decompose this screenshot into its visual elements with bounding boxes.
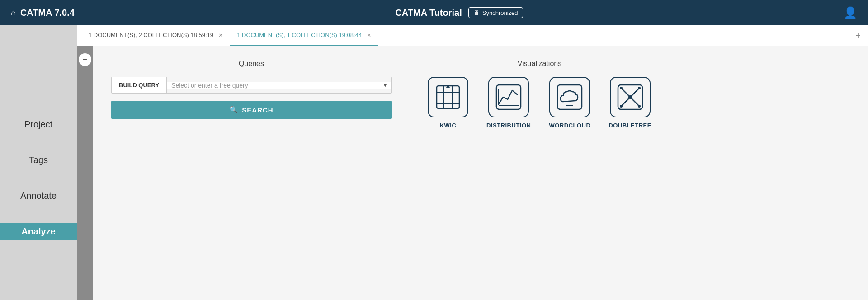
svg-rect-0 (437, 86, 459, 108)
project-title: CATMA Tutorial (395, 8, 462, 18)
tab-1-label: 1 DOCUMENT(S), 2 COLLECTION(S) 18:59:19 (89, 32, 213, 38)
wordcloud-icon (556, 84, 583, 111)
sync-label: Synchronized (482, 9, 518, 16)
query-controls: BUILD QUERY Select or enter a free query… (111, 77, 392, 94)
search-icon: 🔍 (229, 106, 238, 114)
wordcloud-icon-box (549, 77, 590, 117)
viz-item-distribution[interactable]: DISTRIBUTION (486, 77, 531, 129)
sidebar-item-analyze[interactable]: Analyze (0, 223, 77, 240)
query-select-wrapper: Select or enter a free query ▾ (167, 82, 391, 89)
kwic-icon (434, 84, 462, 111)
doubletree-label: DOUBLETREE (609, 122, 651, 129)
panel-area: + Queries BUILD QUERY Select or enter a … (77, 46, 868, 300)
expand-col: + (77, 46, 93, 300)
viz-grid: KWIC D (428, 77, 651, 129)
sidebar-item-tags[interactable]: Tags (0, 151, 77, 169)
doubletree-icon-box (610, 77, 651, 117)
svg-point-17 (620, 87, 623, 89)
top-header: ⌂ CATMA 7.0.4 CATMA Tutorial 🖥 Synchroni… (0, 0, 868, 25)
app-title-group: ⌂ CATMA 7.0.4 (11, 8, 75, 18)
queries-section: Queries BUILD QUERY Select or enter a fr… (111, 60, 392, 286)
viz-item-doubletree[interactable]: DOUBLETREE (609, 77, 651, 129)
tab-2[interactable]: 1 DOCUMENT(S), 1 COLLECTION(S) 19:08:44 … (230, 25, 378, 46)
tab-1-close[interactable]: × (219, 32, 222, 39)
svg-point-19 (620, 105, 623, 108)
expand-button[interactable]: + (79, 53, 91, 66)
sidebar: Project Tags Annotate Analyze (0, 25, 77, 300)
visualizations-section: Visualizations (428, 60, 651, 286)
main-panel: Queries BUILD QUERY Select or enter a fr… (93, 46, 868, 300)
visualizations-title: Visualizations (428, 60, 651, 68)
kwic-icon-box (428, 77, 468, 117)
query-select[interactable]: Select or enter a free query (171, 82, 384, 89)
user-icon[interactable]: 👤 (844, 6, 857, 19)
search-button[interactable]: 🔍 SEARCH (111, 101, 392, 119)
project-title-group: CATMA Tutorial 🖥 Synchronized (395, 7, 523, 18)
tab-add-button[interactable]: + (855, 31, 861, 40)
select-arrow-icon: ▾ (384, 82, 387, 89)
distribution-icon (495, 84, 522, 111)
svg-point-20 (638, 105, 641, 108)
kwic-label: KWIC (440, 122, 457, 129)
tab-2-close[interactable]: × (367, 32, 371, 39)
app-title: CATMA 7.0.4 (20, 8, 75, 18)
sidebar-item-annotate[interactable]: Annotate (0, 187, 77, 205)
viz-item-wordcloud[interactable]: WORDCLOUD (549, 77, 590, 129)
content-area: 1 DOCUMENT(S), 2 COLLECTION(S) 18:59:19 … (77, 25, 868, 300)
tabs-row: 1 DOCUMENT(S), 2 COLLECTION(S) 18:59:19 … (77, 25, 868, 46)
sidebar-item-project[interactable]: Project (0, 116, 77, 133)
queries-title: Queries (111, 60, 392, 68)
home-icon[interactable]: ⌂ (11, 8, 16, 18)
distribution-icon-box (488, 77, 529, 117)
build-query-button[interactable]: BUILD QUERY (112, 77, 167, 93)
search-label: SEARCH (242, 106, 273, 114)
doubletree-icon (617, 84, 644, 111)
svg-point-21 (628, 95, 632, 99)
main-layout: Project Tags Annotate Analyze 1 DOCUMENT… (0, 25, 868, 300)
tab-1[interactable]: 1 DOCUMENT(S), 2 COLLECTION(S) 18:59:19 … (81, 25, 230, 46)
distribution-label: DISTRIBUTION (486, 122, 531, 129)
svg-point-18 (638, 87, 641, 89)
monitor-icon: 🖥 (473, 9, 480, 16)
viz-item-kwic[interactable]: KWIC (428, 77, 468, 129)
tab-2-label: 1 DOCUMENT(S), 1 COLLECTION(S) 19:08:44 (237, 32, 362, 38)
sync-badge: 🖥 Synchronized (468, 7, 523, 18)
wordcloud-label: WORDCLOUD (549, 122, 590, 129)
